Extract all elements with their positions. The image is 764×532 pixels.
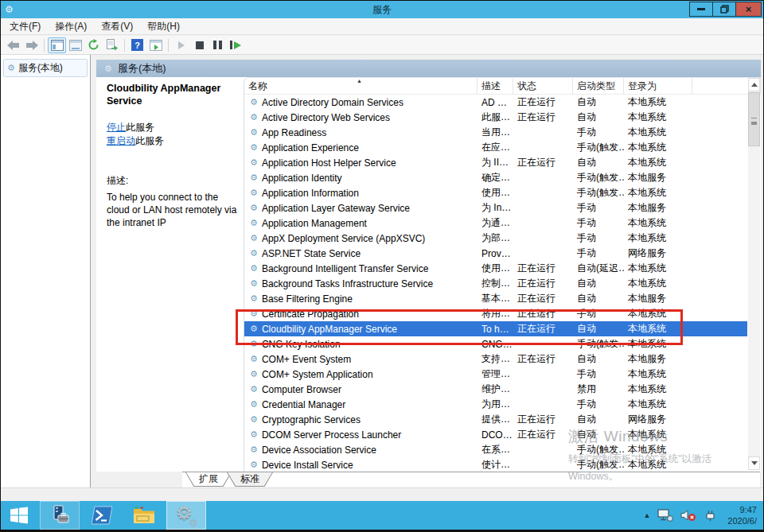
forward-button[interactable] bbox=[22, 37, 41, 53]
service-name-text: Cloudbility AppManager Service bbox=[262, 324, 397, 335]
services-gear-icon: ⚙ bbox=[7, 64, 15, 72]
taskbar-server-manager-button[interactable] bbox=[40, 501, 80, 530]
menu-action[interactable]: 操作(A) bbox=[48, 18, 94, 35]
cell-startup-type: 手动(触发… bbox=[573, 458, 624, 472]
cell-logon-as: 本地系统 bbox=[624, 231, 692, 245]
taskbar-file-explorer-button[interactable] bbox=[124, 501, 164, 530]
taskbar-clock[interactable]: 9:47 2020/6/ bbox=[727, 504, 757, 526]
taskbar-services-button[interactable]: ⚙⚙ bbox=[166, 501, 206, 530]
table-row[interactable]: ⚙Computer Browser维护…禁用本地系统 bbox=[244, 382, 747, 397]
stop-service-button[interactable] bbox=[190, 37, 209, 53]
table-row[interactable]: ⚙DCOM Server Process LauncherDCO…正在运行自动本… bbox=[244, 427, 747, 442]
cell-description: DCO… bbox=[477, 429, 513, 441]
export-list-button[interactable] bbox=[103, 37, 121, 53]
service-gear-icon: ⚙ bbox=[250, 128, 258, 137]
svg-text:?: ? bbox=[134, 41, 140, 50]
restart-service-button[interactable] bbox=[227, 37, 245, 53]
table-row[interactable]: ⚙AppX Deployment Service (AppXSVC)为部…手动本… bbox=[244, 231, 747, 246]
table-row[interactable]: ⚙Device Association Service在系…手动(触发…本地系统 bbox=[244, 442, 747, 457]
table-row[interactable]: ⚙CNG Key IsolationCNG…手动(触发…本地系统 bbox=[244, 336, 747, 351]
cell-logon-as: 本地系统 bbox=[624, 95, 692, 109]
table-row[interactable]: ⚙Active Directory Domain ServicesAD …正在运… bbox=[244, 95, 747, 110]
cell-logon-as: 本地系统 bbox=[624, 428, 692, 441]
table-row[interactable]: ⚙Cryptographic Services提供…正在运行自动网络服务 bbox=[244, 412, 747, 427]
table-row[interactable]: ⚙Application Information使用…手动(触发…本地系统 bbox=[244, 185, 747, 200]
table-row[interactable]: ⚙Application Layer Gateway Service为 In…手… bbox=[244, 200, 747, 216]
cell-logon-as: 本地系统 bbox=[624, 322, 692, 336]
restart-service-link[interactable]: 重启动 bbox=[107, 135, 135, 146]
stop-service-link[interactable]: 停止 bbox=[107, 122, 126, 133]
table-row[interactable]: ⚙Application Management为通…手动本地系统 bbox=[244, 216, 747, 231]
table-row[interactable]: ⚙Application Experience在应…手动(触发…本地系统 bbox=[244, 140, 747, 155]
table-row[interactable]: ⚙Credential Manager为用…手动本地系统 bbox=[244, 397, 747, 412]
cell-logon-as: 本地系统 bbox=[624, 111, 692, 124]
table-row[interactable]: ⚙Application Identity确定…手动(触发…本地服务 bbox=[244, 170, 747, 185]
title-bar: ⚙ 服务 × bbox=[1, 1, 763, 18]
table-row[interactable]: ⚙Certificate Propagation将用…正在运行手动本地系统 bbox=[244, 306, 747, 321]
column-header-description[interactable]: 描述 bbox=[477, 78, 513, 94]
menu-view[interactable]: 查看(V) bbox=[94, 18, 140, 35]
volume-muted-icon[interactable] bbox=[680, 509, 696, 522]
cell-description: 使用… bbox=[477, 186, 513, 200]
scroll-up-button[interactable] bbox=[748, 78, 760, 91]
taskbar-powershell-button[interactable] bbox=[82, 501, 122, 530]
table-row[interactable]: ⚙Cloudbility AppManager ServiceTo h…正在运行… bbox=[244, 321, 747, 336]
column-header-status[interactable]: 状态 bbox=[513, 78, 573, 94]
table-row[interactable]: ⚙Base Filtering Engine基本…正在运行自动本地服务 bbox=[244, 291, 747, 306]
table-row[interactable]: ⚙Background Intelligent Transfer Service… bbox=[244, 261, 747, 276]
menu-file[interactable]: 文件(F) bbox=[2, 18, 48, 35]
scroll-down-button[interactable] bbox=[748, 456, 760, 470]
start-button[interactable] bbox=[1, 501, 37, 530]
close-button[interactable]: × bbox=[735, 2, 762, 17]
back-button[interactable] bbox=[4, 37, 22, 53]
toolbar-separator bbox=[44, 39, 45, 52]
pause-service-button[interactable] bbox=[209, 37, 227, 53]
cell-service-name: ⚙Certificate Propagation bbox=[244, 309, 477, 320]
table-row[interactable]: ⚙Active Directory Web Services此服…正在运行自动本… bbox=[244, 110, 747, 125]
service-description-panel: Cloudbility AppManager Service 停止此服务 重启动… bbox=[96, 77, 243, 472]
cell-service-name: ⚙Base Filtering Engine bbox=[244, 293, 477, 305]
column-header-startup-type[interactable]: 启动类型 bbox=[573, 78, 624, 94]
table-row[interactable]: ⚙Application Host Helper Service为 II…正在运… bbox=[244, 155, 747, 170]
service-gear-icon: ⚙ bbox=[250, 309, 258, 318]
plug-icon[interactable] bbox=[704, 509, 717, 522]
service-name-text: App Readiness bbox=[262, 127, 326, 138]
service-gear-icon: ⚙ bbox=[250, 279, 258, 288]
tree-item-services-local[interactable]: ⚙ 服务(本地) bbox=[3, 59, 88, 77]
show-console-tree-button[interactable] bbox=[48, 37, 66, 53]
clock-date: 2020/6/ bbox=[727, 515, 757, 526]
restore-button[interactable] bbox=[712, 2, 736, 17]
start-service-button[interactable] bbox=[172, 37, 190, 53]
table-row[interactable]: ⚙COM+ Event System支持…正在运行自动本地服务 bbox=[244, 351, 747, 367]
cell-status: 正在运行 bbox=[513, 428, 573, 441]
taskbar: ⚙⚙ ▲ 9:47 20 bbox=[1, 501, 763, 530]
cell-startup-type: 手动(触发… bbox=[573, 443, 624, 456]
refresh-button[interactable] bbox=[84, 37, 103, 53]
table-row[interactable]: ⚙ASP.NET State ServiceProv…手动网络服务 bbox=[244, 246, 747, 261]
service-name-text: Cryptographic Services bbox=[262, 414, 361, 425]
network-icon[interactable] bbox=[657, 509, 673, 522]
table-row[interactable]: ⚙Device Install Service使计…手动(触发…本地系统 bbox=[244, 457, 747, 472]
cell-description: 控制… bbox=[477, 277, 513, 290]
selected-service-name: Cloudbility AppManager Service bbox=[107, 83, 238, 107]
hidden-icons-button[interactable]: ▲ bbox=[643, 511, 650, 519]
scrollbar-thumb[interactable] bbox=[748, 92, 760, 146]
help-button[interactable]: ? bbox=[128, 37, 146, 53]
service-gear-icon: ⚙ bbox=[250, 234, 258, 243]
properties-button[interactable] bbox=[66, 37, 84, 53]
action-pane-button[interactable] bbox=[146, 37, 165, 53]
tab-extended[interactable]: 扩展 bbox=[185, 472, 232, 487]
console-tree-icon bbox=[51, 40, 64, 51]
table-row[interactable]: ⚙App Readiness当用…手动本地系统 bbox=[244, 125, 747, 140]
menu-help[interactable]: 帮助(H) bbox=[140, 18, 187, 35]
column-header-logon-as[interactable]: 登录为 bbox=[624, 78, 692, 94]
cell-service-name: ⚙Background Tasks Infrastructure Service bbox=[244, 278, 477, 289]
minimize-button[interactable] bbox=[689, 2, 713, 17]
restart-service-suffix: 此服务 bbox=[135, 135, 164, 146]
system-tray: ▲ 9:47 2020/6/ bbox=[643, 501, 763, 530]
table-row[interactable]: ⚙Background Tasks Infrastructure Service… bbox=[244, 276, 747, 291]
table-row[interactable]: ⚙COM+ System Application管理…手动本地系统 bbox=[244, 367, 747, 382]
vertical-scrollbar[interactable] bbox=[748, 78, 760, 470]
cell-description: 支持… bbox=[477, 352, 513, 366]
tab-standard[interactable]: 标准 bbox=[227, 472, 273, 487]
